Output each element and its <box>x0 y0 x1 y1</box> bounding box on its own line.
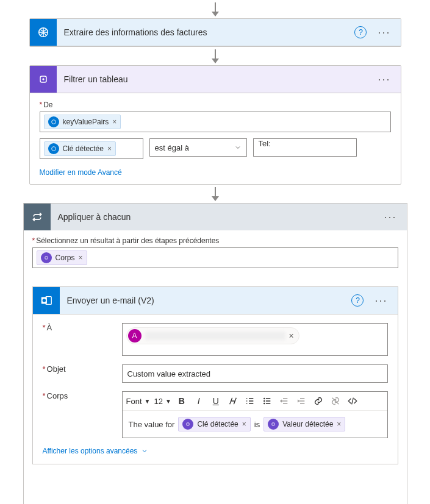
to-input[interactable]: A × <box>122 323 388 356</box>
select-output-input[interactable]: Corps × <box>32 247 398 268</box>
svg-point-2 <box>51 120 56 124</box>
from-input[interactable]: keyValuePairs × <box>40 112 391 132</box>
more-icon[interactable]: ··· <box>371 294 391 307</box>
operator-select[interactable]: est égal à <box>149 138 247 157</box>
more-icon[interactable]: ··· <box>380 211 400 224</box>
email-header[interactable]: Envoyer un e-mail (V2) ? ··· <box>33 287 398 314</box>
outdent-button[interactable] <box>278 394 291 408</box>
rte-toolbar: Font ▼ 12 ▼ B I U <box>123 392 387 411</box>
extract-icon <box>30 19 57 46</box>
extract-title: Extraire des informations des factures <box>64 27 348 37</box>
chip-cle-detectee[interactable]: Clé détectée × <box>44 141 116 156</box>
chip-keyvaluepairs[interactable]: keyValuePairs × <box>44 115 121 129</box>
card-filter: Filtrer un tableau ··· De keyValuePairs … <box>29 65 401 185</box>
body-text: is <box>254 420 260 429</box>
svg-rect-12 <box>272 423 274 425</box>
select-output-label: Sélectionnez un résultat à partir des ét… <box>32 236 398 245</box>
help-icon[interactable]: ? <box>354 26 367 38</box>
loop-icon <box>24 204 51 230</box>
condition-left[interactable]: Clé détectée × <box>40 138 143 159</box>
chip-remove-icon[interactable]: × <box>112 118 116 126</box>
chevron-down-icon <box>234 144 242 151</box>
bold-button[interactable]: B <box>175 394 188 408</box>
chip-label: keyValuePairs <box>63 118 109 126</box>
chip-cle-detectee[interactable]: Clé détectée × <box>178 417 250 431</box>
chip-icon <box>41 252 52 263</box>
show-advanced-link[interactable]: Afficher les options avancées <box>43 447 388 455</box>
chip-label: Clé détectée <box>197 420 238 428</box>
italic-button[interactable]: I <box>192 394 206 408</box>
chip-remove-icon[interactable]: × <box>289 331 294 341</box>
svg-point-9 <box>263 400 264 401</box>
chip-icon <box>48 116 59 127</box>
chip-label: Corps <box>56 254 75 262</box>
advanced-mode-link[interactable]: Modifier en mode Avancé <box>40 168 122 177</box>
body-label: Corps <box>43 391 122 438</box>
format-button[interactable] <box>226 394 240 408</box>
svg-point-10 <box>263 403 264 403</box>
chip-remove-icon[interactable]: × <box>107 144 112 153</box>
svg-rect-4 <box>45 257 47 259</box>
chip-remove-icon[interactable]: × <box>242 420 246 428</box>
chip-icon <box>182 419 193 430</box>
svg-point-8 <box>263 398 264 399</box>
filter-icon <box>30 66 57 93</box>
email-title: Envoyer un e-mail (V2) <box>67 296 345 305</box>
size-select[interactable]: 12 ▼ <box>154 397 171 406</box>
apply-title: Appliquer à chacun <box>58 212 373 222</box>
filter-header[interactable]: Filtrer un tableau ··· <box>30 66 401 93</box>
subject-value: Custom value extracted <box>127 369 211 378</box>
chip-remove-icon[interactable]: × <box>337 420 341 428</box>
rte-content[interactable]: The value for Clé détectée × is <box>123 411 387 438</box>
subject-label: Objet <box>43 364 122 383</box>
avatar: A <box>128 329 142 343</box>
font-select[interactable]: Font ▼ <box>126 397 151 406</box>
code-view-button[interactable] <box>346 394 359 408</box>
recipient-masked <box>145 332 285 340</box>
chip-label: Clé détectée <box>63 144 104 153</box>
filter-title: Filtrer un tableau <box>64 74 367 84</box>
chip-remove-icon[interactable]: × <box>79 254 83 262</box>
help-icon[interactable]: ? <box>351 294 364 307</box>
condition-value-input[interactable]: Tel: <box>253 138 357 157</box>
apply-header[interactable]: Appliquer à chacun ··· <box>24 204 407 230</box>
to-label: À <box>43 323 122 356</box>
flow-arrow <box>215 49 216 63</box>
chevron-down-icon <box>141 447 148 455</box>
link-button[interactable] <box>312 394 325 408</box>
flow-arrow <box>215 187 216 201</box>
rich-text-editor: Font ▼ 12 ▼ B I U <box>122 391 388 438</box>
chip-corps[interactable]: Corps × <box>37 250 87 265</box>
indent-button[interactable] <box>295 394 308 408</box>
underline-button[interactable]: U <box>209 394 223 408</box>
bullet-list-button[interactable] <box>260 394 274 408</box>
chip-icon <box>48 143 59 154</box>
from-label: De <box>40 101 391 109</box>
more-icon[interactable]: ··· <box>374 26 394 39</box>
flow-arrow <box>215 2 216 16</box>
svg-rect-11 <box>187 423 189 425</box>
body-text: The value for <box>129 420 175 429</box>
subject-input[interactable]: Custom value extracted <box>122 364 388 383</box>
more-icon[interactable]: ··· <box>374 73 394 86</box>
svg-point-7 <box>42 299 46 302</box>
numbered-list-button[interactable] <box>243 394 257 408</box>
svg-point-3 <box>51 147 56 151</box>
unlink-button[interactable] <box>329 394 342 408</box>
condition-value: Tel: <box>259 139 271 148</box>
card-send-email: Envoyer un e-mail (V2) ? ··· À A × <box>32 286 398 464</box>
outlook-icon <box>33 287 60 314</box>
operator-value: est égal à <box>155 143 189 152</box>
chip-icon <box>268 419 279 430</box>
recipient-chip[interactable]: A × <box>126 327 299 344</box>
card-extract[interactable]: Extraire des informations des factures ?… <box>29 18 401 47</box>
card-apply-each: Appliquer à chacun ··· Sélectionnez un r… <box>23 203 407 504</box>
chip-label: Valeur détectée <box>282 420 333 428</box>
chip-valeur-detectee[interactable]: Valeur détectée × <box>263 417 345 431</box>
